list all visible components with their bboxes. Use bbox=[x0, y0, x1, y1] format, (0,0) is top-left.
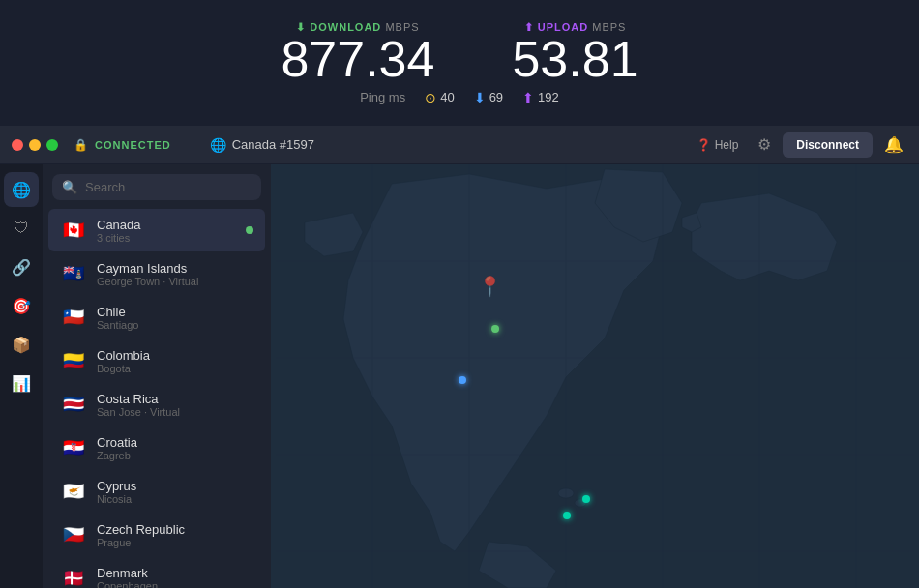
ping-up: ⬆ 192 bbox=[522, 90, 559, 105]
server-item[interactable]: 🇨🇴 Colombia Bogota bbox=[48, 339, 265, 382]
server-country: Canada bbox=[97, 218, 236, 232]
ping-gold-icon: ⊙ bbox=[425, 90, 436, 105]
server-info: Chile Santiago bbox=[97, 305, 253, 331]
server-country: Denmark bbox=[97, 566, 253, 580]
server-name: 🌐 Canada #1597 bbox=[210, 137, 314, 153]
country-flag: 🇨🇿 bbox=[60, 521, 87, 548]
server-info: Costa Rica San Jose · Virtual bbox=[97, 392, 253, 418]
server-detail: Nicosia bbox=[97, 493, 253, 505]
download-group: ⬇ DOWNLOAD Mbps 877.34 bbox=[281, 21, 434, 84]
server-detail: Copenhagen bbox=[97, 580, 253, 589]
server-info: Colombia Bogota bbox=[97, 348, 253, 374]
download-value: 877.34 bbox=[281, 34, 434, 84]
country-flag: 🇨🇷 bbox=[60, 391, 87, 418]
server-country: Croatia bbox=[97, 435, 253, 450]
server-item[interactable]: 🇩🇰 Denmark Copenhagen bbox=[48, 557, 265, 588]
minimize-button[interactable] bbox=[29, 139, 41, 151]
server-country: Chile bbox=[97, 305, 253, 319]
server-list: 🇨🇦 Canada 3 cities 🇰🇾 Cayman Islands Geo… bbox=[43, 208, 271, 588]
country-flag: 🇰🇾 bbox=[60, 260, 87, 287]
map-dot bbox=[563, 512, 571, 519]
server-detail: Bogota bbox=[97, 363, 253, 374]
help-icon: ❓ bbox=[697, 138, 711, 152]
server-item[interactable]: 🇨🇾 Cyprus Nicosia bbox=[48, 470, 265, 513]
help-button[interactable]: ❓ Help bbox=[689, 134, 747, 156]
server-item[interactable]: 🇨🇱 Chile Santiago bbox=[48, 296, 265, 338]
server-detail: San Jose · Virtual bbox=[97, 406, 253, 418]
ping-label: Ping ms bbox=[360, 90, 405, 104]
stats-bar: ⬇ DOWNLOAD Mbps 877.34 ⬆ UPLOAD Mbps 53.… bbox=[0, 0, 919, 126]
bell-icon[interactable]: 🔔 bbox=[880, 132, 907, 158]
country-flag: 🇨🇦 bbox=[60, 217, 87, 244]
server-detail: Zagreb bbox=[97, 450, 253, 461]
server-info: Cayman Islands George Town · Virtual bbox=[97, 261, 253, 287]
server-info: Cyprus Nicosia bbox=[97, 479, 253, 505]
server-item[interactable]: 🇭🇷 Croatia Zagreb bbox=[48, 426, 265, 469]
ping-gold: ⊙ 40 bbox=[425, 90, 454, 105]
search-input[interactable] bbox=[85, 180, 252, 194]
server-info: Croatia Zagreb bbox=[97, 435, 253, 461]
nav-mesh-icon[interactable]: 🔗 bbox=[4, 250, 39, 284]
server-country: Czech Republic bbox=[97, 522, 253, 537]
traffic-lights bbox=[12, 139, 58, 151]
upload-value: 53.81 bbox=[512, 34, 637, 84]
map-dot bbox=[582, 495, 590, 503]
disconnect-button[interactable]: Disconnect bbox=[783, 132, 873, 158]
server-country: Costa Rica bbox=[97, 392, 253, 406]
close-button[interactable] bbox=[12, 139, 23, 151]
server-list-area: 🔍 🇨🇦 Canada 3 cities 🇰🇾 Cayman Islands G… bbox=[43, 164, 271, 588]
server-detail: Prague bbox=[97, 537, 253, 548]
server-country: Cayman Islands bbox=[97, 261, 253, 276]
server-country: Colombia bbox=[97, 348, 253, 363]
country-flag: 🇩🇰 bbox=[60, 565, 87, 588]
title-bar: 🔒 CONNECTED 🌐 Canada #1597 ❓ Help ⚙ Disc… bbox=[0, 126, 919, 164]
server-item[interactable]: 🇨🇷 Costa Rica San Jose · Virtual bbox=[48, 383, 265, 426]
country-flag: 🇨🇴 bbox=[60, 347, 87, 374]
server-detail: 3 cities bbox=[97, 232, 236, 244]
search-box[interactable]: 🔍 bbox=[52, 174, 261, 200]
active-indicator bbox=[246, 226, 253, 234]
server-info: Canada 3 cities bbox=[97, 218, 236, 244]
world-map bbox=[271, 164, 919, 588]
nav-shield-icon[interactable]: 🛡 bbox=[4, 211, 39, 246]
server-item[interactable]: 🇨🇦 Canada 3 cities bbox=[48, 209, 265, 251]
settings-icon[interactable]: ⚙ bbox=[754, 132, 775, 158]
nav-target-icon[interactable]: 🎯 bbox=[4, 288, 39, 323]
title-actions: ❓ Help ⚙ Disconnect 🔔 bbox=[689, 132, 907, 158]
server-info: Czech Republic Prague bbox=[97, 522, 253, 548]
country-flag: 🇨🇱 bbox=[60, 304, 87, 331]
speed-row: ⬇ DOWNLOAD Mbps 877.34 ⬆ UPLOAD Mbps 53.… bbox=[281, 21, 637, 84]
country-flag: 🇨🇾 bbox=[60, 478, 87, 505]
country-flag: 🇭🇷 bbox=[60, 434, 87, 461]
server-detail: Santiago bbox=[97, 319, 253, 331]
main-layout: 🌐 🛡 🔗 🎯 📦 📊 🔍 🇨🇦 Canada 3 cities � bbox=[0, 164, 919, 588]
nav-stats-icon[interactable]: 📊 bbox=[4, 366, 39, 400]
ping-row: Ping ms ⊙ 40 ⬇ 69 ⬆ 192 bbox=[360, 90, 559, 105]
canada-pin: 📍 bbox=[478, 275, 502, 298]
ping-down: ⬇ 69 bbox=[474, 90, 503, 105]
nav-layers-icon[interactable]: 📦 bbox=[4, 327, 39, 362]
nav-servers-icon[interactable]: 🌐 bbox=[4, 172, 39, 207]
maximize-button[interactable] bbox=[46, 139, 58, 151]
server-info: Denmark Copenhagen bbox=[97, 566, 253, 589]
sidebar: 🌐 🛡 🔗 🎯 📦 📊 🔍 🇨🇦 Canada 3 cities � bbox=[0, 164, 271, 588]
ping-up-icon: ⬆ bbox=[522, 90, 534, 105]
map-area: 📍 bbox=[271, 164, 919, 588]
connected-badge: 🔒 CONNECTED bbox=[74, 138, 171, 152]
search-icon: 🔍 bbox=[62, 180, 77, 194]
server-item[interactable]: 🇨🇿 Czech Republic Prague bbox=[48, 514, 265, 556]
server-detail: George Town · Virtual bbox=[97, 276, 253, 287]
server-item[interactable]: 🇰🇾 Cayman Islands George Town · Virtual bbox=[48, 252, 265, 295]
upload-group: ⬆ UPLOAD Mbps 53.81 bbox=[512, 21, 637, 84]
ping-down-icon: ⬇ bbox=[474, 90, 486, 105]
sidebar-nav: 🌐 🛡 🔗 🎯 📦 📊 bbox=[0, 164, 43, 588]
globe-icon: 🌐 bbox=[210, 137, 226, 153]
server-country: Cyprus bbox=[97, 479, 253, 493]
lock-icon: 🔒 bbox=[74, 138, 89, 152]
sidebar-with-nav: 🌐 🛡 🔗 🎯 📦 📊 🔍 🇨🇦 Canada 3 cities � bbox=[0, 164, 271, 588]
